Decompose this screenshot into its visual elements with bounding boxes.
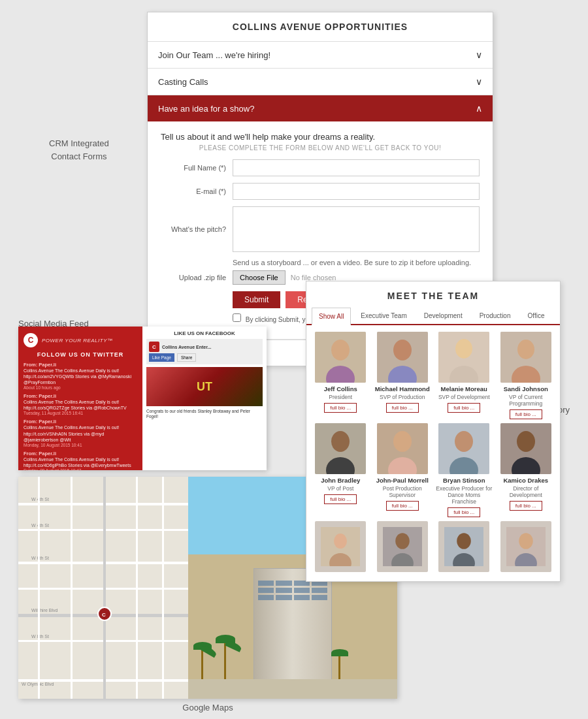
accordion-label-2: Casting Calls	[158, 77, 208, 87]
tweet-text-1: Collins Avenue The Collins Avenue Daily …	[24, 368, 137, 385]
email-input[interactable]	[233, 183, 480, 200]
member-name-2: Michael Hammond	[375, 385, 430, 392]
facebook-like-button[interactable]: Like Page	[149, 353, 174, 362]
tab-show-all[interactable]: Show All	[312, 308, 351, 325]
tweet-2: From: Paper.li Collins Avenue The Collin…	[24, 393, 137, 415]
svg-text:W 6th St: W 6th St	[31, 556, 49, 560]
member-name-5: John Bradley	[321, 477, 360, 484]
svg-point-4	[393, 340, 412, 360]
facebook-post-text: Congrats to our old friends Stanley Brot…	[146, 409, 263, 420]
svg-rect-54	[162, 477, 164, 699]
team-photo-12	[500, 521, 551, 572]
facebook-header: LIKE US ON FACEBOOK	[146, 330, 263, 336]
facebook-page-name: Collins Avenue Enter...	[162, 345, 211, 349]
svg-rect-51	[71, 477, 73, 699]
full-name-input[interactable]	[233, 159, 480, 176]
svg-point-28	[395, 533, 410, 549]
tab-development[interactable]: Development	[417, 308, 470, 324]
full-name-label: Full Name (*)	[161, 164, 233, 172]
twitter-header: FOLLOW US ON TWITTER	[24, 351, 137, 358]
team-member-8: Kamico Drakes Director of Development fu…	[497, 423, 555, 517]
member-bio-btn-1[interactable]: full bio ...	[324, 403, 357, 413]
member-bio-btn-7[interactable]: full bio ...	[448, 507, 480, 517]
tab-office[interactable]: Office	[521, 308, 552, 324]
team-member-6: John-Paul Morrell Post Production Superv…	[374, 423, 432, 517]
svg-point-19	[455, 431, 473, 452]
form-intro: Tell us about it and we'll help make you…	[161, 132, 480, 142]
member-role-7: Executive Producer for Dance Moms Franch…	[435, 485, 493, 505]
chevron-up-icon: ∧	[476, 103, 482, 114]
team-photo-5	[315, 423, 366, 474]
team-panel: MEET THE TEAM Show All Executive Team De…	[306, 281, 561, 582]
pitch-textarea[interactable]	[233, 206, 480, 252]
file-upload-label: Upload .zip file	[161, 274, 233, 281]
facebook-page-icon: C	[149, 342, 159, 352]
crm-label: CRM IntegratedContact Forms	[49, 137, 109, 163]
terms-checkbox[interactable]	[233, 313, 241, 322]
member-bio-btn-2[interactable]: full bio ...	[386, 403, 419, 413]
member-bio-btn-8[interactable]: full bio ...	[510, 501, 542, 511]
svg-text:W 4th St: W 4th St	[31, 523, 49, 528]
accordion-header-1[interactable]: Join Our Team ... we're hiring! ∨	[148, 42, 493, 68]
team-member-2: Michael Hammond SVP of Production full b…	[374, 332, 432, 419]
collins-logo-circle: C	[24, 333, 38, 347]
social-media-panel: C POWER YOUR REALITY™ FOLLOW US ON TWITT…	[18, 327, 267, 470]
member-bio-btn-3[interactable]: full bio ...	[448, 403, 480, 413]
team-avatar-3	[438, 332, 489, 383]
tab-production[interactable]: Production	[472, 308, 518, 324]
email-row: E-mail (*)	[161, 183, 480, 200]
team-photo-2	[377, 332, 428, 383]
member-bio-btn-4[interactable]: full bio ...	[510, 409, 542, 419]
pitch-label: What's the pitch?	[161, 225, 233, 233]
tweet-from-2: From: Paper.li	[24, 393, 137, 399]
team-avatar-2	[377, 332, 428, 383]
team-avatar-6	[377, 423, 428, 474]
social-inner: C POWER YOUR REALITY™ FOLLOW US ON TWITT…	[18, 327, 267, 470]
tweet-time-2: Tuesday, 11 August 2015 16:41	[24, 411, 137, 415]
member-role-1: President	[329, 394, 352, 400]
team-member-9	[312, 521, 370, 575]
team-grid: Jeff Collins President full bio ... Mich…	[306, 325, 560, 581]
member-role-5: VP of Post	[327, 485, 353, 492]
tweet-3: From: Paper.li Collins Avenue The Collin…	[24, 419, 137, 447]
team-member-1: Jeff Collins President full bio ...	[312, 332, 370, 419]
choose-file-button[interactable]: Choose File	[233, 270, 286, 285]
tweet-1: From: Paper.li Collins Avenue The Collin…	[24, 362, 137, 390]
accordion-item-2: Casting Calls ∨	[148, 69, 493, 95]
social-tagline: POWER YOUR REALITY™	[42, 338, 112, 344]
accordion-label-1: Join Our Team ... we're hiring!	[158, 50, 270, 60]
svg-point-31	[457, 533, 471, 549]
team-member-10	[374, 521, 432, 575]
accordion-header-2[interactable]: Casting Calls ∨	[148, 69, 493, 95]
member-bio-btn-6[interactable]: full bio ...	[386, 501, 419, 511]
facebook-content-preview: UT	[146, 367, 263, 406]
facebook-section: LIKE US ON FACEBOOK C Collins Avenue Ent…	[142, 327, 267, 470]
opportunities-title: COLLINS AVENUE OPPORTUNITIES	[148, 12, 493, 42]
tab-executive[interactable]: Executive Team	[353, 308, 414, 324]
team-avatar-5	[315, 423, 366, 474]
svg-text:W 8th St: W 8th St	[31, 634, 49, 639]
team-photo-8	[500, 423, 551, 474]
tweet-text-4: Collins Avenue The Collins Avenue Daily …	[24, 456, 137, 468]
chevron-down-icon-2: ∨	[476, 76, 482, 87]
svg-point-25	[334, 534, 347, 549]
member-name-7: Bryan Stinson	[443, 477, 485, 484]
tweet-from-4: From: Paper.li	[24, 451, 137, 456]
accordion-item-1: Join Our Team ... we're hiring! ∨	[148, 42, 493, 69]
member-name-4: Sandi Johnson	[504, 385, 548, 392]
accordion-header-3[interactable]: Have an idea for a show? ∧	[148, 95, 493, 121]
team-avatar-10	[377, 527, 428, 566]
tweet-from-1: From: Paper.li	[24, 362, 137, 368]
tweet-4: From: Paper.li Collins Avenue The Collin…	[24, 451, 137, 470]
member-bio-btn-5[interactable]: full bio ...	[324, 494, 357, 504]
svg-text:W Olympic Blvd: W Olympic Blvd	[22, 682, 54, 687]
team-photo-10	[377, 521, 428, 572]
svg-rect-52	[103, 477, 106, 699]
accordion-label-3: Have an idea for a show?	[158, 104, 254, 114]
svg-point-13	[331, 431, 350, 452]
email-label: E-mail (*)	[161, 187, 233, 195]
team-member-11	[435, 521, 493, 575]
submit-button[interactable]: Submit	[233, 291, 280, 308]
facebook-share-button[interactable]: Share	[177, 353, 196, 362]
svg-rect-50	[38, 477, 40, 699]
